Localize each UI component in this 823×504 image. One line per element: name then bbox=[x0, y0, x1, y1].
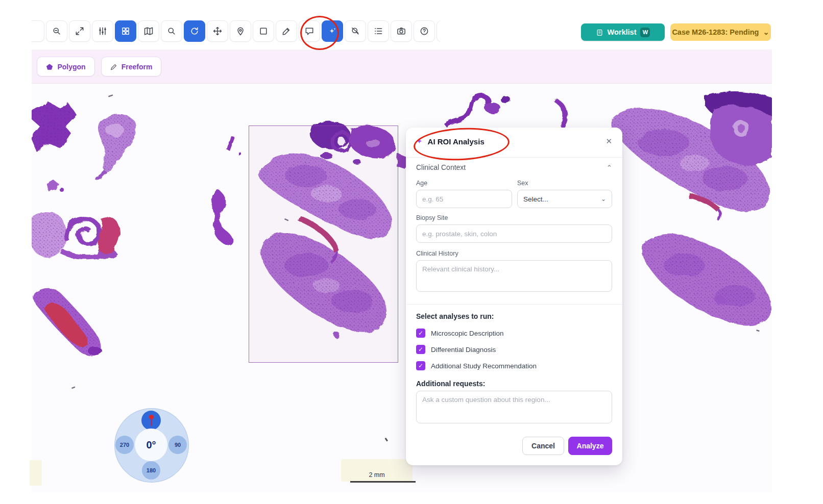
case-status-button[interactable]: Case M26-1283: Pending ⌄ bbox=[670, 23, 771, 41]
chevron-down-icon: ⌄ bbox=[763, 28, 769, 36]
analysis-option-label: Differential Diagnosis bbox=[431, 346, 496, 354]
search-off-icon bbox=[350, 26, 360, 36]
ai-sparkle-icon: ✦ bbox=[416, 137, 423, 146]
toolbar bbox=[32, 20, 440, 44]
move-icon bbox=[212, 26, 223, 36]
annotation-tool-strip: Polygon Freeform bbox=[32, 49, 772, 84]
grid-view-button[interactable] bbox=[115, 20, 136, 42]
map-icon bbox=[143, 26, 154, 36]
freeform-tool-button[interactable]: Freeform bbox=[101, 57, 161, 77]
rotation-pin-icon bbox=[149, 415, 154, 426]
age-input[interactable] bbox=[416, 190, 512, 208]
rotate-button[interactable] bbox=[184, 20, 205, 42]
pentagon-icon bbox=[46, 63, 53, 70]
analysis-checkbox-row[interactable]: ✓ Additional Study Recommendation bbox=[416, 361, 537, 370]
annotation-list-button[interactable] bbox=[368, 20, 389, 42]
search-icon bbox=[166, 26, 177, 36]
help-icon bbox=[419, 26, 429, 36]
case-label: Case M26-1283: Pending bbox=[672, 28, 759, 36]
analyses-heading: Select analyses to run: bbox=[416, 312, 494, 320]
sex-label: Sex bbox=[517, 180, 528, 187]
analysis-option-label: Microscopic Description bbox=[431, 330, 504, 337]
rectangle-annotation-button[interactable] bbox=[253, 20, 274, 42]
chevron-down-icon: ⌄ bbox=[601, 195, 606, 203]
analysis-checkbox-row[interactable]: ✓ Microscopic Description bbox=[416, 329, 504, 338]
ai-roi-analysis-panel: ✦ AI ROI Analysis ✕ Clinical Context ⌃ A… bbox=[406, 128, 622, 465]
grid-icon bbox=[120, 26, 131, 36]
analyze-button[interactable]: Analyze bbox=[568, 437, 612, 455]
scale-bar: 2 mm bbox=[341, 459, 413, 482]
worklist-badge: W bbox=[640, 28, 650, 37]
polygon-tool-button[interactable]: Polygon bbox=[37, 57, 95, 77]
close-icon[interactable]: ✕ bbox=[606, 137, 612, 146]
checkbox-checked-icon[interactable]: ✓ bbox=[416, 345, 425, 354]
camera-icon bbox=[396, 26, 406, 36]
clipboard-icon bbox=[596, 29, 603, 36]
freeform-label: Freeform bbox=[122, 63, 153, 71]
hide-annotations-button[interactable] bbox=[345, 20, 366, 42]
adjustments-button[interactable] bbox=[92, 20, 113, 42]
worklist-label: Worklist bbox=[608, 28, 637, 36]
scale-bar-label: 2 mm bbox=[369, 471, 384, 478]
list-icon bbox=[373, 26, 383, 36]
analysis-checkbox-row[interactable]: ✓ Differential Diagnosis bbox=[416, 345, 496, 354]
rotate-icon bbox=[189, 26, 200, 36]
additional-requests-heading: Additional requests: bbox=[416, 380, 485, 388]
roi-rectangle[interactable] bbox=[249, 125, 398, 363]
panel-title: AI ROI Analysis bbox=[428, 137, 485, 146]
rotation-dial: 270 90 180 0° bbox=[114, 408, 188, 482]
help-button[interactable] bbox=[414, 20, 435, 42]
biopsy-site-input[interactable] bbox=[416, 224, 612, 243]
worklist-button[interactable]: Worklist W bbox=[581, 23, 665, 41]
cancel-button[interactable]: Cancel bbox=[522, 437, 564, 455]
comment-button[interactable] bbox=[299, 20, 320, 42]
pen-icon bbox=[281, 26, 292, 36]
chat-button[interactable] bbox=[437, 20, 440, 42]
pin-icon bbox=[235, 26, 246, 36]
rotate-180-button[interactable]: 180 bbox=[142, 461, 160, 480]
sex-select[interactable]: Select... ⌄ bbox=[517, 190, 612, 208]
biopsy-site-label: Biopsy Site bbox=[416, 214, 448, 221]
analysis-option-label: Additional Study Recommendation bbox=[431, 362, 537, 370]
sex-select-value: Select... bbox=[523, 195, 548, 203]
fullscreen-button[interactable] bbox=[69, 20, 90, 42]
zoom-out-button[interactable] bbox=[46, 20, 67, 42]
rotate-270-button[interactable]: 270 bbox=[115, 436, 134, 454]
magnify-button[interactable] bbox=[161, 20, 182, 42]
age-label: Age bbox=[416, 180, 427, 187]
comment-icon bbox=[304, 26, 314, 36]
pencil-icon bbox=[110, 63, 117, 70]
scale-bar-line bbox=[350, 481, 416, 483]
rotate-90-button[interactable]: 90 bbox=[168, 436, 187, 454]
ai-analysis-button[interactable] bbox=[322, 20, 343, 42]
ai-sparkles-icon bbox=[327, 26, 337, 36]
rectangle-icon bbox=[258, 26, 269, 36]
pen-annotation-button[interactable] bbox=[276, 20, 297, 42]
zoom-out-icon bbox=[52, 26, 62, 36]
toolbar-button-partial[interactable] bbox=[32, 20, 44, 42]
sliders-icon bbox=[98, 26, 108, 36]
snapshot-button[interactable] bbox=[391, 20, 412, 42]
pan-button[interactable] bbox=[207, 20, 228, 42]
clinical-context-heading: Clinical Context bbox=[416, 163, 466, 171]
checkbox-checked-icon[interactable]: ✓ bbox=[416, 361, 425, 370]
rotation-handle[interactable] bbox=[141, 411, 161, 430]
expand-icon bbox=[75, 26, 85, 36]
rotation-angle-value: 0° bbox=[135, 429, 167, 461]
clinical-history-label: Clinical History bbox=[416, 250, 458, 257]
polygon-label: Polygon bbox=[57, 63, 85, 71]
pin-annotation-button[interactable] bbox=[230, 20, 251, 42]
chevron-up-icon[interactable]: ⌃ bbox=[607, 164, 612, 171]
custom-question-textarea[interactable] bbox=[416, 391, 612, 423]
overview-map-button[interactable] bbox=[138, 20, 159, 42]
partial-overlay-box bbox=[30, 460, 42, 486]
clinical-history-textarea[interactable] bbox=[416, 260, 612, 292]
checkbox-checked-icon[interactable]: ✓ bbox=[416, 329, 425, 338]
